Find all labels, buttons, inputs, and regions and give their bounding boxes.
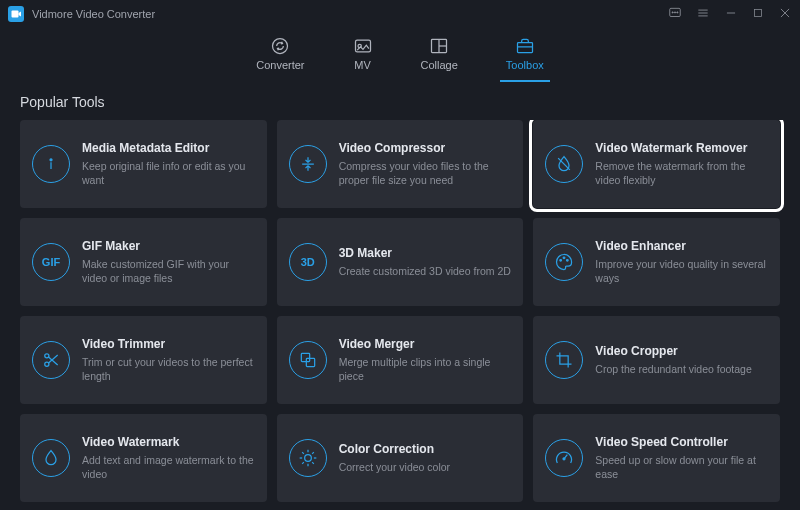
svg-point-23 [563,257,565,259]
tool-card-title: GIF Maker [82,239,255,253]
svg-point-12 [273,39,288,54]
svg-point-2 [672,11,673,12]
tab-collage[interactable]: Collage [421,36,458,82]
tool-card[interactable]: Video MergerMerge multiple clips into a … [277,316,524,404]
converter-icon [270,36,290,56]
tool-card[interactable]: Video CropperCrop the redundant video fo… [533,316,780,404]
close-icon[interactable] [778,6,792,23]
svg-point-3 [674,11,675,12]
svg-point-31 [304,455,311,462]
tool-card-title: Video Enhancer [595,239,768,253]
tool-card-desc: Correct your video color [339,460,512,474]
svg-line-38 [302,462,304,464]
svg-point-24 [567,260,569,262]
tool-card-desc: Remove the watermark from the video flex… [595,159,768,187]
app-title: Vidmore Video Converter [32,8,155,20]
tool-card-desc: Improve your video quality in several wa… [595,257,768,285]
tab-label: MV [354,59,371,71]
info-icon [32,145,70,183]
svg-rect-0 [12,11,19,18]
tool-card-text: 3D MakerCreate customized 3D video from … [339,246,512,278]
tool-card-title: Video Cropper [595,344,768,358]
tool-card-desc: Compress your video files to the proper … [339,159,512,187]
tool-card-title: Video Compressor [339,141,512,155]
svg-point-25 [45,354,49,358]
tool-card-title: Video Watermark Remover [595,141,768,155]
feedback-icon[interactable] [668,6,682,23]
tool-card-desc: Keep original file info or edit as you w… [82,159,255,187]
tool-card-text: Color CorrectionCorrect your video color [339,442,512,474]
tool-card-text: Video Watermark RemoverRemove the waterm… [595,141,768,187]
scissors-icon [32,341,70,379]
app-logo [8,6,24,22]
tool-card-text: Video CompressorCompress your video file… [339,141,512,187]
main-tabs: Converter MV Collage Toolbox [0,28,800,82]
section-title: Popular Tools [0,82,800,120]
toolbox-icon [515,36,535,56]
maximize-icon[interactable] [752,7,764,22]
tool-card-desc: Speed up or slow down your file at ease [595,453,768,481]
tool-card-title: Media Metadata Editor [82,141,255,155]
svg-point-41 [563,458,565,460]
wmremove-icon [545,145,583,183]
tool-card-text: Video WatermarkAdd text and image waterm… [82,435,255,481]
tool-card-desc: Trim or cut your videos to the perfect l… [82,355,255,383]
tab-label: Toolbox [506,59,544,71]
tab-toolbox[interactable]: Toolbox [506,36,544,82]
tool-card-title: Video Trimmer [82,337,255,351]
tool-card-desc: Make customized GIF with your video or i… [82,257,255,285]
tab-mv[interactable]: MV [353,36,373,82]
speed-icon [545,439,583,477]
menu-icon[interactable] [696,6,710,23]
tool-card-text: Video MergerMerge multiple clips into a … [339,337,512,383]
merge-icon [289,341,327,379]
tool-card[interactable]: Video EnhancerImprove your video quality… [533,218,780,306]
tool-card-text: Media Metadata EditorKeep original file … [82,141,255,187]
tool-card-title: Video Watermark [82,435,255,449]
palette-icon [545,243,583,281]
tool-card[interactable]: Video Watermark RemoverRemove the waterm… [533,120,780,208]
tool-card[interactable]: Color CorrectionCorrect your video color [277,414,524,502]
svg-point-4 [677,11,678,12]
svg-rect-9 [755,9,762,16]
collage-icon [429,36,449,56]
tool-card-text: Video TrimmerTrim or cut your videos to … [82,337,255,383]
svg-rect-30 [306,358,314,366]
tool-card[interactable]: GIFGIF MakerMake customized GIF with you… [20,218,267,306]
sun-icon [289,439,327,477]
tool-card[interactable]: Media Metadata EditorKeep original file … [20,120,267,208]
svg-point-26 [45,362,49,366]
svg-rect-29 [301,353,309,361]
minimize-icon[interactable] [724,6,738,23]
mv-icon [353,36,373,56]
compress-icon [289,145,327,183]
tool-card[interactable]: Video Speed ControllerSpeed up or slow d… [533,414,780,502]
tool-card-desc: Add text and image watermark to the vide… [82,453,255,481]
drop-icon [32,439,70,477]
tool-card[interactable]: Video CompressorCompress your video file… [277,120,524,208]
tool-card-desc: Merge multiple clips into a single piece [339,355,512,383]
svg-point-19 [50,159,52,161]
window-controls [668,6,792,23]
tool-card-title: Video Merger [339,337,512,351]
tab-converter[interactable]: Converter [256,36,304,82]
tab-label: Collage [421,59,458,71]
crop-icon [545,341,583,379]
tool-card-text: GIF MakerMake customized GIF with your v… [82,239,255,285]
tool-card[interactable]: 3D3D MakerCreate customized 3D video fro… [277,218,524,306]
3d-icon: 3D [289,243,327,281]
tool-card-desc: Create customized 3D video from 2D [339,264,512,278]
tool-card-title: Color Correction [339,442,512,456]
tool-card-title: Video Speed Controller [595,435,768,449]
title-bar: Vidmore Video Converter [0,0,800,28]
tool-card-text: Video Speed ControllerSpeed up or slow d… [595,435,768,481]
svg-line-39 [312,452,314,454]
tool-card-text: Video CropperCrop the redundant video fo… [595,344,768,376]
svg-line-36 [302,452,304,454]
svg-rect-18 [517,43,532,53]
tool-card[interactable]: Video WatermarkAdd text and image waterm… [20,414,267,502]
tool-card-text: Video EnhancerImprove your video quality… [595,239,768,285]
gif-icon: GIF [32,243,70,281]
svg-line-37 [312,462,314,464]
tool-card[interactable]: Video TrimmerTrim or cut your videos to … [20,316,267,404]
